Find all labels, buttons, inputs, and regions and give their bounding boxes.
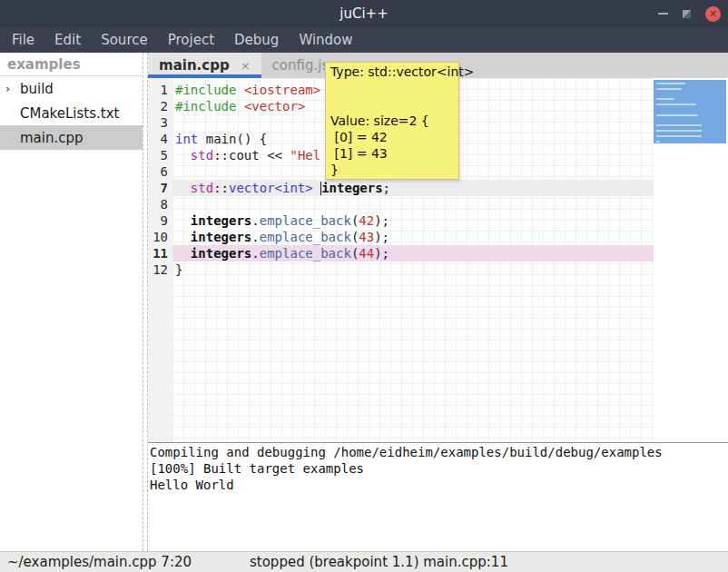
sidebar-item-build[interactable]: ›build xyxy=(0,76,143,101)
line-number[interactable]: 1 xyxy=(148,82,172,98)
token-str: <vector> xyxy=(244,99,305,113)
window-titlebar[interactable]: juCi++ ✕ xyxy=(0,0,728,27)
token: ); xyxy=(374,246,389,261)
token: . xyxy=(251,230,259,244)
line-number[interactable]: 12 xyxy=(148,261,172,278)
tooltip-line: } xyxy=(330,162,454,178)
token xyxy=(175,181,191,195)
code-line[interactable]: integers.emplace_back(43); xyxy=(172,229,654,245)
token xyxy=(175,148,191,163)
line-number[interactable]: 6 xyxy=(148,163,172,180)
token xyxy=(236,99,243,113)
tab-close-icon[interactable]: × xyxy=(241,59,251,73)
minimap-code-line xyxy=(656,88,682,90)
token-pp: #include xyxy=(175,83,236,97)
token: } xyxy=(175,262,182,277)
token: ); xyxy=(374,213,389,228)
token: ); xyxy=(374,230,389,244)
line-number[interactable]: 4 xyxy=(148,131,172,147)
menu-debug[interactable]: Debug xyxy=(224,32,289,48)
menu-source[interactable]: Source xyxy=(91,32,158,48)
sidebar-item-cmakelists-txt[interactable]: CMakeLists.txt xyxy=(0,101,143,125)
line-number[interactable]: 8 xyxy=(148,196,172,212)
code-line[interactable]: integers.emplace_back(42); xyxy=(172,212,654,229)
chevron-right-icon[interactable]: › xyxy=(5,82,20,95)
menu-file[interactable]: File xyxy=(2,32,44,48)
token-var: integers xyxy=(191,230,251,244)
menu-edit[interactable]: Edit xyxy=(44,32,91,48)
tooltip-line xyxy=(330,80,454,96)
sidebar-header: examples xyxy=(0,53,143,76)
token xyxy=(175,230,191,244)
token-type: vector<int> xyxy=(229,181,313,195)
line-number-gutter[interactable]: 123456789101112 xyxy=(148,78,172,442)
line-number[interactable]: 11 xyxy=(148,245,172,261)
window-title: juCi++ xyxy=(339,5,388,22)
token-ns: std xyxy=(191,148,213,163)
line-number[interactable]: 9 xyxy=(148,212,172,229)
code-line[interactable]: std::vector<int> integers; xyxy=(172,180,654,196)
token-num: 42 xyxy=(359,213,374,228)
token-fn: emplace_back xyxy=(260,230,351,244)
token-str: <iostream> xyxy=(244,83,320,97)
menubar: FileEditSourceProjectDebugWindow xyxy=(0,27,728,53)
window-controls: ✕ xyxy=(658,0,721,27)
tooltip-line xyxy=(330,96,454,113)
token-fn: emplace_back xyxy=(260,246,351,261)
status-bar: ~/examples/main.cpp 7:20 stopped (breakp… xyxy=(0,551,728,572)
terminal-output[interactable]: Compiling and debugging /home/eidheim/ex… xyxy=(148,443,728,551)
minimap-code-line xyxy=(656,114,698,116)
token xyxy=(175,213,191,228)
minimap-code-line xyxy=(656,98,674,100)
token: . xyxy=(251,213,259,228)
terminal-line: Compiling and debugging /home/eidheim/ex… xyxy=(150,444,728,460)
sidebar-item-label: build xyxy=(20,81,54,97)
token: ; xyxy=(383,181,390,195)
close-icon[interactable]: ✕ xyxy=(705,6,721,22)
text-cursor xyxy=(320,182,321,195)
app-window: juCi++ ✕ FileEditSourceProjectDebugWindo… xyxy=(0,0,728,572)
token xyxy=(236,83,243,97)
line-number[interactable]: 5 xyxy=(148,147,172,163)
token-kw: int xyxy=(175,132,198,146)
token-ns: std xyxy=(191,181,213,195)
sidebar-item-main-cpp[interactable]: main.cpp xyxy=(0,125,143,150)
code-line[interactable]: } xyxy=(172,261,654,278)
token xyxy=(198,132,205,146)
minimap-code-line xyxy=(656,83,685,84)
token-num: 44 xyxy=(359,246,374,261)
token: main() { xyxy=(206,132,267,146)
token: :: xyxy=(213,181,229,195)
line-number[interactable]: 7 xyxy=(148,180,172,196)
line-number[interactable]: 2 xyxy=(148,98,172,114)
sidebar-item-label: main.cpp xyxy=(20,130,84,146)
token xyxy=(313,181,320,195)
terminal-line: Hello World xyxy=(150,477,728,493)
terminal-line: [100%] Built target examples xyxy=(150,460,728,477)
token: . xyxy=(251,246,259,261)
tooltip-line: [0] = 42 xyxy=(330,129,454,145)
restore-icon[interactable] xyxy=(683,10,691,18)
minimap-viewport[interactable] xyxy=(654,80,726,143)
debug-value-tooltip: Type: std::vector<int> Value: size=2 { [… xyxy=(325,62,459,180)
file-tree-sidebar: examples ›buildCMakeLists.txtmain.cpp xyxy=(0,53,143,551)
menu-window[interactable]: Window xyxy=(289,32,362,48)
code-line[interactable] xyxy=(172,196,654,212)
minimap-code-line xyxy=(656,135,702,137)
minimize-icon[interactable] xyxy=(658,13,668,15)
tab-label: main.cpp xyxy=(159,57,230,74)
code-line[interactable]: integers.emplace_back(44); xyxy=(172,245,654,261)
token-num: 43 xyxy=(359,230,374,244)
token-var: integers xyxy=(191,213,251,228)
tab-main-cpp[interactable]: main.cpp× xyxy=(148,53,261,78)
token-var: integers xyxy=(321,181,382,195)
minimap-code-line xyxy=(656,104,696,105)
token-str: "Hel xyxy=(290,148,320,163)
token-var: integers xyxy=(191,246,251,261)
tooltip-line: [1] = 43 xyxy=(330,145,454,162)
line-number[interactable]: 3 xyxy=(148,114,172,131)
line-number[interactable]: 10 xyxy=(148,229,172,245)
menu-project[interactable]: Project xyxy=(158,32,224,48)
minimap[interactable] xyxy=(654,78,728,442)
token-fn: emplace_back xyxy=(260,213,351,228)
